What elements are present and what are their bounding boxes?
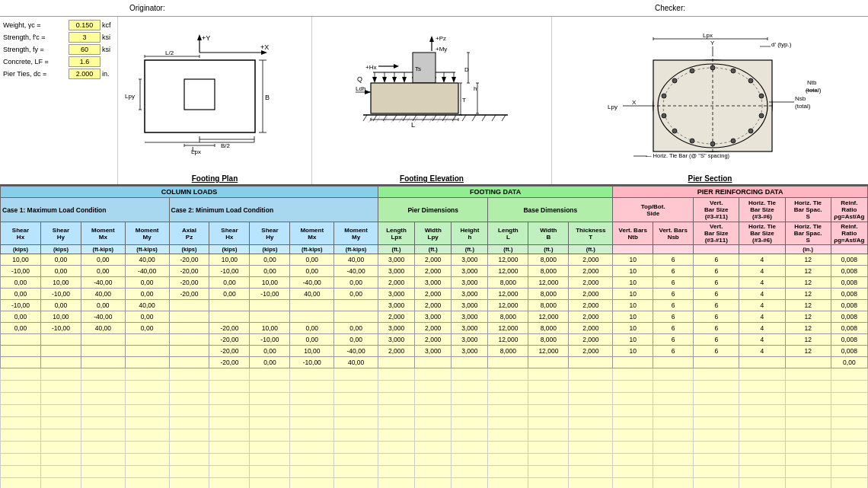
- table-cell[interactable]: 6: [653, 289, 694, 300]
- table-cell[interactable]: 0,00: [125, 289, 169, 300]
- table-cell[interactable]: [653, 357, 694, 368]
- table-row[interactable]: 0,00-10,0040,000,00-20,0010,000,000,003,…: [1, 323, 868, 334]
- table-cell[interactable]: 0,00: [209, 277, 250, 289]
- table-cell[interactable]: 0,00: [125, 323, 169, 334]
- table-cell[interactable]: [528, 357, 569, 368]
- table-cell[interactable]: 3,000: [452, 277, 488, 289]
- table-cell[interactable]: 12: [785, 254, 831, 266]
- table-cell[interactable]: 0,008: [831, 254, 867, 266]
- table-cell[interactable]: 0,008: [831, 323, 867, 334]
- table-cell[interactable]: 8,000: [528, 289, 569, 300]
- table-cell[interactable]: 8,000: [528, 266, 569, 277]
- table-cell[interactable]: 3,000: [378, 334, 415, 346]
- table-cell[interactable]: 2,000: [415, 323, 452, 334]
- table-cell[interactable]: 40,00: [125, 300, 169, 311]
- table-cell[interactable]: -10,00: [290, 357, 334, 368]
- table-cell[interactable]: [452, 357, 488, 368]
- table-cell[interactable]: 0,00: [831, 357, 867, 368]
- table-cell[interactable]: 0,008: [831, 300, 867, 311]
- table-cell[interactable]: [250, 311, 290, 323]
- table-cell[interactable]: 0,008: [831, 346, 867, 357]
- table-cell[interactable]: 12: [785, 323, 831, 334]
- table-cell[interactable]: 0,00: [1, 311, 41, 323]
- table-cell[interactable]: [125, 357, 169, 368]
- table-cell[interactable]: 3,000: [452, 334, 488, 346]
- table-cell[interactable]: -20,00: [209, 346, 250, 357]
- table-cell[interactable]: 12,000: [488, 254, 528, 266]
- table-cell[interactable]: [488, 357, 528, 368]
- table-row[interactable]: 0,0010,00-40,000,002,0003,0003,0008,0001…: [1, 311, 868, 323]
- table-cell[interactable]: 10,00: [209, 254, 250, 266]
- table-cell[interactable]: 0,00: [290, 334, 334, 346]
- table-cell[interactable]: -20,00: [209, 334, 250, 346]
- table-cell[interactable]: [290, 300, 334, 311]
- table-cell[interactable]: 12,000: [488, 334, 528, 346]
- table-cell[interactable]: 6: [694, 300, 739, 311]
- table-cell[interactable]: 6: [653, 334, 694, 346]
- table-cell[interactable]: 10: [613, 266, 653, 277]
- table-cell[interactable]: 12: [785, 346, 831, 357]
- table-cell[interactable]: 12,000: [488, 266, 528, 277]
- table-cell[interactable]: 2,000: [569, 346, 613, 357]
- table-cell[interactable]: 12,000: [528, 277, 569, 289]
- table-cell[interactable]: 6: [653, 254, 694, 266]
- table-cell[interactable]: 0,00: [334, 277, 378, 289]
- table-cell[interactable]: [169, 346, 209, 357]
- table-cell[interactable]: [250, 300, 290, 311]
- table-cell[interactable]: [40, 346, 81, 357]
- table-cell[interactable]: 6: [694, 266, 739, 277]
- table-cell[interactable]: 12: [785, 277, 831, 289]
- table-cell[interactable]: 10,00: [40, 311, 81, 323]
- table-cell[interactable]: 4: [739, 289, 785, 300]
- table-cell[interactable]: [785, 357, 831, 368]
- table-cell[interactable]: 4: [739, 346, 785, 357]
- table-cell[interactable]: 6: [653, 311, 694, 323]
- table-cell[interactable]: 12: [785, 311, 831, 323]
- table-cell[interactable]: 4: [739, 254, 785, 266]
- table-cell[interactable]: 8,000: [528, 254, 569, 266]
- table-row[interactable]: -20,000,0010,00-40,002,0003,0003,0008,00…: [1, 346, 868, 357]
- table-cell[interactable]: [1, 357, 41, 368]
- table-cell[interactable]: -10,00: [1, 300, 41, 311]
- table-cell[interactable]: 4: [739, 300, 785, 311]
- table-cell[interactable]: 40,00: [334, 254, 378, 266]
- table-cell[interactable]: 0,008: [831, 277, 867, 289]
- table-cell[interactable]: 0,008: [831, 311, 867, 323]
- table-cell[interactable]: 0,00: [1, 277, 41, 289]
- table-cell[interactable]: 40,00: [125, 254, 169, 266]
- table-cell[interactable]: 0,00: [81, 300, 125, 311]
- table-cell[interactable]: [169, 323, 209, 334]
- table-cell[interactable]: 2,000: [569, 266, 613, 277]
- table-cell[interactable]: 12: [785, 289, 831, 300]
- table-cell[interactable]: 10: [613, 254, 653, 266]
- table-cell[interactable]: 6: [653, 346, 694, 357]
- table-cell[interactable]: 3,000: [452, 254, 488, 266]
- table-cell[interactable]: -40,00: [290, 277, 334, 289]
- table-cell[interactable]: 0,00: [250, 346, 290, 357]
- table-cell[interactable]: -20,00: [169, 266, 209, 277]
- table-cell[interactable]: -10,00: [1, 266, 41, 277]
- table-cell[interactable]: 10: [613, 289, 653, 300]
- table-row[interactable]: 10,000,000,0040,00-20,0010,000,000,0040,…: [1, 254, 868, 266]
- table-cell[interactable]: 0,00: [334, 289, 378, 300]
- table-cell[interactable]: [1, 334, 41, 346]
- table-cell[interactable]: 10: [613, 311, 653, 323]
- table-cell[interactable]: 0,00: [81, 254, 125, 266]
- table-cell[interactable]: -40,00: [334, 346, 378, 357]
- table-cell[interactable]: [290, 311, 334, 323]
- table-cell[interactable]: [81, 334, 125, 346]
- table-cell[interactable]: 2,000: [378, 277, 415, 289]
- table-cell[interactable]: 6: [694, 334, 739, 346]
- table-cell[interactable]: 10: [613, 277, 653, 289]
- table-cell[interactable]: [378, 357, 415, 368]
- table-cell[interactable]: 2,000: [415, 254, 452, 266]
- table-cell[interactable]: 0,00: [125, 277, 169, 289]
- table-cell[interactable]: 3,000: [378, 266, 415, 277]
- table-cell[interactable]: 3,000: [452, 300, 488, 311]
- table-cell[interactable]: 2,000: [415, 334, 452, 346]
- table-cell[interactable]: [334, 311, 378, 323]
- table-cell[interactable]: 3,000: [415, 346, 452, 357]
- table-row[interactable]: 0,0010,00-40,000,00-20,000,0010,00-40,00…: [1, 277, 868, 289]
- concrete-lf-value[interactable]: 1.6: [69, 56, 101, 67]
- table-cell[interactable]: 12,000: [528, 311, 569, 323]
